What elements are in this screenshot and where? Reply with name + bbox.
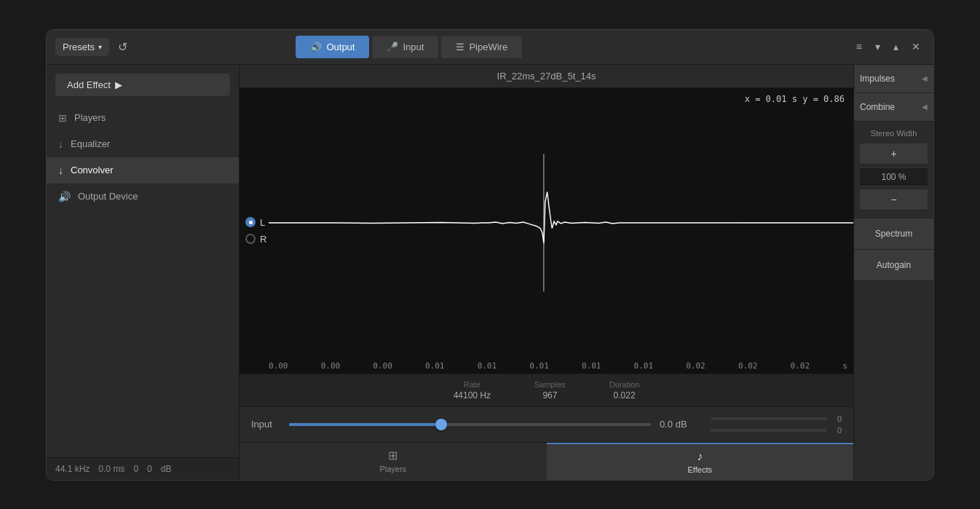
sidebar-nav: ⊞ Players ↓ Equalizer ↓ Convolver 🔊 Outp… — [47, 105, 239, 457]
presets-button[interactable]: Presets ▾ — [55, 38, 109, 56]
status-value1: 0 — [133, 464, 138, 474]
mini-slider-2[interactable] — [711, 429, 827, 432]
add-effect-label: Add Effect — [67, 79, 111, 90]
stereo-minus-label: − — [890, 194, 896, 205]
stereo-minus-button[interactable]: − — [860, 189, 928, 210]
time-tick-6: 0.01 — [582, 361, 601, 371]
bottom-tabs: ⊞ Players ♪ Effects — [240, 442, 853, 480]
menu-button[interactable]: ≡ — [852, 38, 866, 55]
time-unit: s — [842, 361, 847, 371]
samples-label: Samples — [534, 380, 566, 389]
time-tick-0: 0.00 — [269, 361, 288, 371]
rate-value: 44100 Hz — [454, 390, 491, 401]
input-slider[interactable] — [289, 423, 651, 426]
output-icon: 🔊 — [310, 42, 322, 52]
duration-label: Duration — [609, 380, 640, 389]
impulses-button[interactable]: Impulses ◀ — [854, 65, 933, 93]
presets-chevron-icon: ▾ — [98, 43, 102, 51]
equalizer-icon: ↓ — [58, 138, 63, 150]
sidebar-item-equalizer[interactable]: ↓ Equalizer — [47, 131, 239, 157]
info-samples: Samples 967 — [534, 380, 566, 401]
time-tick-7: 0.01 — [634, 361, 654, 371]
coords-label: x = 0.01 s y = 0.86 — [745, 94, 845, 104]
impulses-arrow-icon: ◀ — [922, 74, 928, 82]
channel-r-radio[interactable] — [245, 234, 256, 244]
combine-button[interactable]: Combine ◀ — [854, 93, 933, 122]
status-bar: 44.1 kHz 0.0 ms 0 0 dB — [47, 457, 239, 480]
mini-slider-1[interactable] — [711, 417, 827, 420]
rate-label: Rate — [464, 380, 481, 389]
mini-slider-row-2: 0 — [711, 426, 842, 435]
stereo-width-section: Stereo Width + 100 % − — [854, 122, 933, 218]
status-unit: dB — [161, 464, 172, 474]
time-tick-10: 0.02 — [791, 361, 810, 371]
autogain-button[interactable]: Autogain — [854, 250, 933, 281]
tab-input[interactable]: 🎤 Input — [372, 36, 438, 58]
output-tab-label: Output — [326, 42, 355, 52]
sidebar-item-convolver[interactable]: ↓ Convolver — [47, 157, 239, 184]
tab-output[interactable]: 🔊 Output — [296, 36, 369, 58]
stereo-plus-label: + — [890, 148, 896, 159]
status-latency: 0.0 ms — [98, 464, 125, 474]
channel-l-label: L — [260, 217, 265, 228]
bottom-effects-label: Effects — [688, 465, 712, 474]
autogain-label: Autogain — [877, 260, 911, 270]
titlebar-actions: ≡ ▾ ▴ ✕ — [852, 38, 925, 55]
main-content: Add Effect ▶ ⊞ Players ↓ Equalizer ↓ Con… — [47, 65, 933, 480]
waveform-container: x = 0.01 s y = 0.86 L R — [240, 88, 853, 374]
mini-value-2: 0 — [833, 426, 842, 435]
close-button[interactable]: ✕ — [907, 38, 925, 55]
impulses-label: Impulses — [860, 74, 895, 84]
info-duration: Duration 0.022 — [609, 380, 640, 401]
time-tick-4: 0.01 — [478, 361, 497, 371]
waveform-svg — [269, 150, 853, 296]
sidebar-output-device-label: Output Device — [78, 191, 138, 202]
slider-fill — [289, 423, 441, 426]
chevron-down-button[interactable]: ▾ — [871, 38, 885, 55]
stereo-value: 100 % — [860, 167, 928, 186]
titlebar: Presets ▾ ↺ 🔊 Output 🎤 Input ☰ PipeWire … — [47, 30, 933, 65]
db-value: 0.0 dB — [660, 419, 696, 430]
time-tick-2: 0.00 — [373, 361, 392, 371]
bottom-tab-effects[interactable]: ♪ Effects — [547, 443, 854, 480]
slider-thumb[interactable] — [435, 419, 447, 430]
stereo-controls: + 100 % − — [860, 143, 928, 210]
file-name: IR_22ms_27dB_5t_14s — [497, 71, 596, 82]
sidebar-equalizer-label: Equalizer — [71, 138, 110, 149]
file-title: IR_22ms_27dB_5t_14s — [240, 65, 853, 88]
spectrum-label: Spectrum — [875, 229, 912, 239]
sidebar-item-players[interactable]: ⊞ Players — [47, 105, 239, 131]
refresh-button[interactable]: ↺ — [115, 37, 130, 57]
duration-value: 0.022 — [614, 390, 636, 401]
chevron-up-button[interactable]: ▴ — [889, 38, 903, 55]
input-tab-label: Input — [403, 42, 424, 52]
spectrum-button[interactable]: Spectrum — [854, 218, 933, 250]
bottom-effects-icon: ♪ — [697, 450, 703, 463]
pipewire-icon: ☰ — [456, 42, 465, 52]
mini-value-1: 0 — [833, 414, 842, 423]
input-label: Input — [251, 419, 280, 430]
right-panel: Impulses ◀ Combine ◀ Stereo Width + 100 … — [853, 65, 933, 480]
time-tick-9: 0.02 — [738, 361, 758, 371]
channel-r-option[interactable]: R — [245, 234, 266, 245]
players-icon: ⊞ — [58, 112, 67, 124]
sidebar: Add Effect ▶ ⊞ Players ↓ Equalizer ↓ Con… — [47, 65, 240, 480]
sidebar-item-output-device[interactable]: 🔊 Output Device — [47, 184, 239, 210]
stereo-plus-button[interactable]: + — [860, 143, 928, 165]
channel-l-option[interactable]: L — [245, 217, 266, 228]
status-value2: 0 — [147, 464, 152, 474]
waveform-display — [240, 88, 853, 358]
time-tick-3: 0.01 — [425, 361, 445, 371]
channel-l-radio[interactable] — [245, 217, 256, 227]
samples-value: 967 — [542, 390, 557, 401]
bottom-tab-players[interactable]: ⊞ Players — [240, 443, 547, 480]
mini-sliders: 0 0 — [711, 414, 842, 435]
input-area: Input 0.0 dB 0 0 — [240, 406, 853, 442]
input-icon: 🎤 — [387, 42, 398, 52]
time-axis: 0.00 0.00 0.00 0.01 0.01 0.01 0.01 0.01 … — [240, 358, 853, 374]
add-effect-button[interactable]: Add Effect ▶ — [55, 74, 230, 96]
app-window: Presets ▾ ↺ 🔊 Output 🎤 Input ☰ PipeWire … — [46, 29, 934, 481]
output-device-icon: 🔊 — [58, 191, 71, 202]
tab-pipewire[interactable]: ☰ PipeWire — [441, 36, 522, 58]
time-tick-8: 0.02 — [686, 361, 706, 371]
